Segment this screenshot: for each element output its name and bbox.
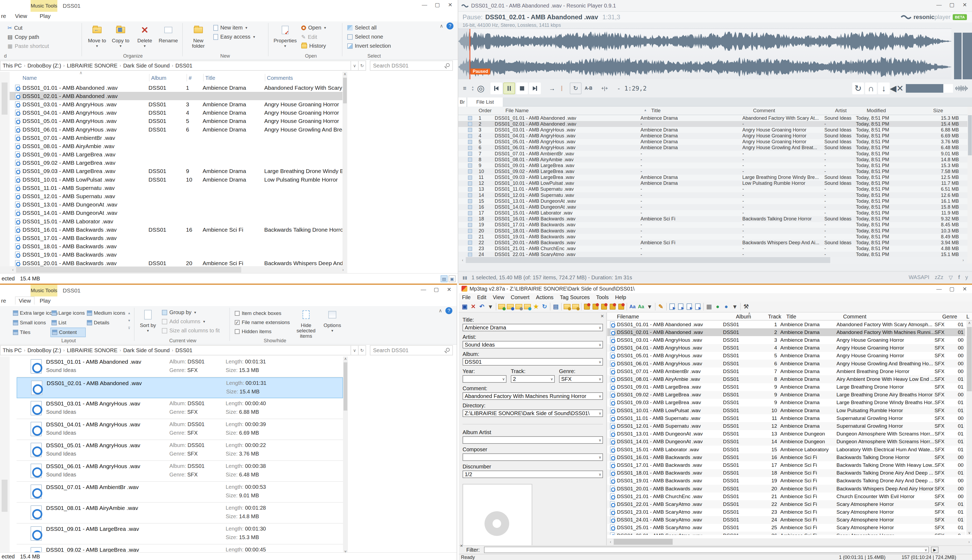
close-button[interactable]: ✕: [444, 0, 457, 10]
tag-file-row[interactable]: DSS01_19.01 - AMB Backwards .wav DSS01 1…: [607, 477, 965, 485]
file-row[interactable]: DSS01_06.01 - AMB AngryHous .wav DSS01 6…: [0, 125, 347, 133]
new-folder-button[interactable]: New folder: [187, 23, 210, 49]
layout-option[interactable]: Details: [86, 318, 121, 328]
caret[interactable]: ▾: [645, 303, 654, 311]
remove-tag-icon[interactable]: ✕: [469, 303, 478, 311]
tag-file-row[interactable]: DSS01_16.01 - AMB Backwards .wav DSS01 1…: [607, 453, 965, 461]
folder-add-icon[interactable]: [506, 303, 514, 311]
panel-close-icon[interactable]: ✕: [601, 313, 604, 319]
breadcrumb-segment[interactable]: DroboBoy (Z:): [27, 63, 61, 69]
content-item[interactable]: DSS01_04.01 - AMB AngryHous .wav Sound I…: [17, 419, 343, 440]
star-icon[interactable]: ★: [532, 303, 540, 311]
discnumber-field[interactable]: 1/2∨: [463, 470, 603, 478]
tag-file-row[interactable]: DSS01_09.03 - AMB LargeBrea .wav DSS01 9…: [607, 399, 965, 407]
tag-file-row[interactable]: DSS01_14.01 - AMB DungeonAt .wav DSS01 1…: [607, 438, 965, 446]
year-field[interactable]: ∨: [463, 375, 506, 383]
music-tools-tab[interactable]: Music Tools: [30, 285, 57, 297]
column-header-filename[interactable]: File Name: [505, 108, 529, 113]
breadcrumb-segment[interactable]: This PC: [3, 63, 22, 69]
layout-option[interactable]: Large icons: [50, 308, 86, 318]
playlist-row[interactable]: 20 DSS01_18.01 - AMB Backwards .wav - - …: [458, 228, 967, 234]
file-row[interactable]: DSS01_12.01 - AMB Supernatu .wav: [0, 192, 347, 200]
invert-selection-button[interactable]: Invert selection: [347, 43, 391, 49]
cut-button[interactable]: ✂Cut: [8, 25, 23, 31]
playlist-row[interactable]: 9 DSS01_09.01 - AMB LargeBrea .wav - - -…: [458, 163, 967, 168]
file-row[interactable]: DSS01_19.01 - AMB Backwards .wav: [0, 251, 347, 259]
column-header-comments[interactable]: Comments: [267, 75, 293, 81]
file-row[interactable]: DSS01_10.01 - AMB LowPulsat .wav DSS01 1…: [0, 175, 347, 184]
maximize-button[interactable]: ▢: [430, 285, 443, 294]
file-row[interactable]: DSS01_16.01 - AMB Backwards .wav DSS01 1…: [0, 225, 347, 234]
tag-file-row[interactable]: DSS01_24.01 - AMB ScaryAtmo .wav DSS01 2…: [607, 516, 965, 524]
filter-run-button[interactable]: ▶: [931, 547, 939, 553]
printer-icon[interactable]: ▦: [705, 303, 713, 311]
edit-button[interactable]: ✎Edit: [301, 34, 317, 40]
playlist-row[interactable]: 3 DSS01_03.01 - AMB AngryHous .wav Ambie…: [458, 127, 967, 133]
tag-file-row[interactable]: DSS01_11.01 - AMB Supernatu .wav DSS01 1…: [607, 414, 965, 422]
select-none-button[interactable]: Select none: [347, 34, 383, 40]
file-row[interactable]: DSS01_11.01 - AMB Supernatu .wav: [0, 184, 347, 192]
search-input[interactable]: Search DSS01: [370, 60, 453, 71]
address-input[interactable]: This PC›DroboBoy (Z:)›LIBRAIRIE SONORE›D…: [0, 345, 351, 355]
playlist-row[interactable]: 12 DSS01_10.01 - AMB LowPulsat .wav Ambi…: [458, 180, 967, 187]
playlist-row[interactable]: 4 DSS01_04.01 - AMB AngryHous .wav Ambie…: [458, 133, 967, 139]
artist-field[interactable]: Sound Ideas∨: [463, 341, 603, 348]
minimize-button[interactable]: —: [417, 285, 430, 294]
tab-play[interactable]: Play: [40, 298, 51, 304]
layout-option[interactable]: Content: [50, 328, 86, 337]
file-row[interactable]: DSS01_13.01 - AMB DungeonAt .wav: [0, 201, 347, 209]
web-blue-icon[interactable]: ●: [722, 303, 731, 311]
column-header-length[interactable]: L: [966, 313, 969, 320]
marker-icon[interactable]: [559, 82, 564, 94]
folder-open-icon[interactable]: [563, 303, 571, 311]
options-button[interactable]: Options▼: [322, 308, 343, 333]
playlist-row[interactable]: 1 DSS01_01.01 - AMB Abandoned .wav Ambie…: [458, 115, 967, 121]
tag-file-row[interactable]: DSS01_13.01 - AMB DungeonAt .wav DSS01 1…: [607, 430, 965, 438]
folder-ok-icon[interactable]: [498, 303, 506, 311]
folder-up-icon[interactable]: [523, 303, 532, 311]
refresh-icon[interactable]: ↻: [359, 60, 366, 71]
file-row[interactable]: DSS01_07.01 - AMB AmbientBr .wav: [0, 133, 347, 142]
track-field[interactable]: 2∨: [511, 375, 555, 383]
playlist-row[interactable]: 6 DSS01_06.01 - AMB AngryHous .wav Ambie…: [458, 145, 967, 151]
file-row[interactable]: DSS01_09.03 - AMB LargeBrea .wav DSS01 9…: [0, 167, 347, 175]
refresh-icon[interactable]: ↻: [540, 303, 549, 311]
column-header-track[interactable]: Track: [768, 313, 781, 320]
tag-file-row[interactable]: DSS01_05.01 - AMB AngryHous .wav DSS01 5…: [607, 352, 965, 360]
layout-option[interactable]: Tiles: [12, 328, 50, 337]
address-dropdown-icon[interactable]: ∨: [351, 60, 359, 71]
copy-path-button[interactable]: ▤Copy path: [8, 34, 39, 40]
sleep-icon[interactable]: zZz: [935, 274, 943, 281]
refresh-icon[interactable]: ↻: [359, 345, 366, 355]
mp3tag-hscrollbar[interactable]: ‹ ›: [607, 538, 972, 545]
nav-pane-scrollbar[interactable]: [0, 357, 10, 553]
address-input[interactable]: This PC›DroboBoy (Z:)›LIBRAIRIE SONORE›D…: [0, 60, 351, 71]
playlist-row[interactable]: 22 DSS01_20.01 - AMB Backwards .wav Ambi…: [458, 240, 967, 246]
music-tools-tab[interactable]: Music Tools: [30, 0, 57, 12]
help-icon[interactable]: ?: [445, 307, 453, 314]
column-header-artist[interactable]: Artist: [835, 108, 847, 113]
explorer2-vscrollbar[interactable]: ∧ ∨: [343, 357, 348, 553]
filter-close-icon[interactable]: ✕: [460, 544, 463, 548]
playhead[interactable]: [469, 29, 470, 80]
column-header-name[interactable]: Name: [23, 75, 37, 81]
group-by-button[interactable]: Group by▼: [162, 309, 197, 315]
filter-icon[interactable]: ▽: [949, 274, 953, 281]
stop-button[interactable]: [516, 82, 528, 94]
breadcrumb-segment[interactable]: DSS01: [175, 347, 192, 353]
folder-copy-icon[interactable]: [571, 303, 580, 311]
waveform-display[interactable]: Paused: [458, 28, 951, 79]
file-extensions-toggle[interactable]: ✓File name extensions: [235, 318, 290, 327]
menu-item[interactable]: Edit: [474, 294, 489, 300]
file-row[interactable]: DSS01_04.01 - AMB AngryHous .wav DSS01 4…: [0, 109, 347, 117]
menu-item[interactable]: File: [459, 294, 474, 300]
caret[interactable]: ▾: [731, 303, 739, 311]
content-item[interactable]: DSS01_05.01 - AMB AngryHous .wav Sound I…: [17, 440, 343, 461]
copy-to-button[interactable]: ▥Copy to▼: [109, 23, 132, 49]
tag-file-row[interactable]: DSS01_17.01 - AMB Backwards .wav DSS01 1…: [607, 461, 965, 469]
facebook-icon[interactable]: f: [958, 274, 960, 281]
column-header-genre[interactable]: Genre: [942, 313, 957, 320]
tab-share[interactable]: re: [1, 298, 6, 304]
playlist-row[interactable]: 19 DSS01_17.01 - AMB Backwards .wav - - …: [458, 222, 967, 228]
column-header-comment[interactable]: Comment: [753, 108, 775, 113]
